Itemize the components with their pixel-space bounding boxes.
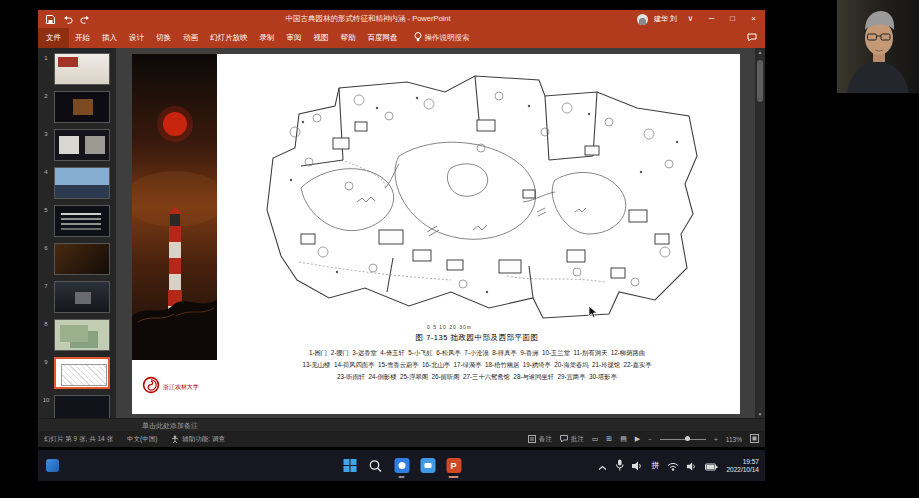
meeting-app-button[interactable] — [393, 453, 410, 479]
microphone-icon[interactable] — [615, 457, 624, 475]
slide-position-indicator[interactable]: 幻灯片 第 9 张, 共 14 张 — [44, 435, 113, 444]
tab-file[interactable]: 文件 — [38, 28, 69, 48]
fit-slide-icon[interactable] — [750, 434, 759, 444]
comments-toggle[interactable]: 批注 — [560, 435, 584, 444]
garden-plan-figure[interactable] — [237, 62, 717, 324]
user-avatar[interactable] — [637, 14, 648, 25]
slideshow-view-icon[interactable]: ▶ — [635, 435, 640, 443]
slide-thumbnail-2[interactable] — [54, 91, 110, 123]
speaker-share-icon[interactable] — [632, 457, 643, 475]
titlebar: 中国古典园林的形式特征和精神内涵 - PowerPoint 建华 刘 ∨ ─ □… — [38, 10, 765, 28]
slide-thumbnail-9-selected[interactable] — [54, 357, 110, 389]
tell-me-search[interactable]: 操作说明搜索 — [414, 32, 470, 44]
thumb-number: 8 — [38, 319, 54, 351]
slide-sorter-view-icon[interactable]: ⊞ — [606, 435, 612, 443]
battery-icon[interactable] — [705, 457, 718, 475]
thumb-number: 3 — [38, 129, 54, 161]
chat-app-button[interactable] — [419, 453, 436, 479]
scroll-up-icon[interactable]: ▲ — [755, 49, 765, 55]
slide-thumbnail-5[interactable] — [54, 205, 110, 237]
zoom-percentage[interactable]: 113% — [726, 436, 742, 443]
tab-home[interactable]: 开始 — [69, 29, 96, 47]
logo-emblem-icon — [142, 376, 160, 398]
close-button[interactable]: × — [746, 12, 761, 26]
comments-icon[interactable] — [747, 33, 757, 44]
volume-icon[interactable] — [687, 457, 697, 475]
reading-view-icon[interactable]: ▤ — [620, 435, 627, 443]
zoom-in-button[interactable]: + — [714, 436, 718, 443]
clock-time: 19:57 — [726, 458, 759, 466]
language-indicator[interactable]: 中文(中国) — [127, 435, 157, 444]
maximize-button[interactable]: □ — [725, 12, 740, 26]
zoom-slider[interactable] — [660, 439, 706, 440]
slide-thumbnail-1[interactable] — [54, 53, 110, 85]
slide-thumbnail-10[interactable] — [54, 395, 110, 418]
slide-editing-area: 浙江农林大学 — [116, 48, 765, 418]
notes-toggle[interactable]: 备注 — [528, 435, 552, 444]
search-button[interactable] — [367, 453, 384, 479]
window-title: 中国古典园林的形式特征和精神内涵 - PowerPoint — [99, 14, 637, 24]
clock[interactable]: 19:57 2022/10/14 — [726, 458, 759, 473]
tab-review[interactable]: 审阅 — [281, 29, 308, 47]
tab-design[interactable]: 设计 — [123, 29, 150, 47]
notes-icon — [528, 435, 536, 444]
redo-icon[interactable] — [80, 15, 91, 24]
wifi-icon[interactable] — [667, 457, 679, 475]
tab-view[interactable]: 视图 — [308, 29, 335, 47]
thumb-number: 2 — [38, 91, 54, 123]
slide-canvas[interactable]: 浙江农林大学 — [132, 54, 740, 414]
windows-logo-icon — [343, 459, 356, 472]
lighthouse-sunset-photo[interactable] — [132, 54, 217, 360]
widgets-button[interactable] — [46, 459, 59, 472]
windows-taskbar: P 拼 19:57 2022/10/14 — [38, 450, 765, 481]
thumb-number: 7 — [38, 281, 54, 313]
zoom-slider-thumb[interactable] — [685, 436, 690, 441]
thumb-number: 5 — [38, 205, 54, 237]
slide-thumbnail-3[interactable] — [54, 129, 110, 161]
ribbon-tabs: 文件 开始 插入 设计 切换 动画 幻灯片放映 录制 审阅 视图 帮助 百度网盘… — [38, 28, 765, 48]
legend-line: 23-听雨轩 24-倒影楼 25-浮翠阁 26-留听阁 27-三十六鸳鸯馆 28… — [220, 371, 734, 383]
tab-help[interactable]: 帮助 — [335, 29, 362, 47]
slide-thumbnail-8[interactable] — [54, 319, 110, 351]
scroll-down-icon[interactable]: ▼ — [755, 411, 765, 417]
ime-indicator[interactable]: 拼 — [651, 460, 659, 471]
mouse-cursor — [588, 305, 599, 323]
thumb-number: 4 — [38, 167, 54, 199]
search-icon — [369, 459, 383, 473]
accessibility-indicator[interactable]: 辅助功能: 调查 — [171, 435, 225, 444]
figure-legend[interactable]: 1-园门 2-腰门 3-远香堂 4-倚玉轩 5-小飞虹 6-松风亭 7-小沧浪 … — [220, 347, 734, 383]
tab-animations[interactable]: 动画 — [177, 29, 204, 47]
account-name[interactable]: 建华 刘 — [654, 14, 677, 24]
figure-caption[interactable]: 图 7-135 拙政园中部及西部平面图 — [222, 333, 732, 343]
tab-insert[interactable]: 插入 — [96, 29, 123, 47]
normal-view-icon[interactable]: ▭ — [592, 435, 599, 443]
notes-pane[interactable]: 单击此处添加备注 — [38, 418, 765, 431]
university-logo[interactable]: 浙江农林大学 — [132, 360, 217, 414]
meeting-app-icon — [394, 458, 409, 473]
tab-transitions[interactable]: 切换 — [150, 29, 177, 47]
ribbon-display-options-icon[interactable]: ∨ — [683, 12, 698, 26]
zoom-out-button[interactable]: − — [648, 436, 652, 443]
tab-baidu-netdisk[interactable]: 百度网盘 — [362, 29, 404, 47]
slide-thumbnail-4[interactable] — [54, 167, 110, 199]
tab-slideshow[interactable]: 幻灯片放映 — [204, 29, 254, 47]
lightbulb-icon — [414, 32, 422, 44]
tray-chevron-icon[interactable] — [598, 457, 607, 475]
comment-bubble-icon — [560, 435, 568, 444]
thumb-number: 6 — [38, 243, 54, 275]
slide-thumbnail-7[interactable] — [54, 281, 110, 313]
vertical-scrollbar[interactable]: ▲ ▼ — [755, 48, 765, 418]
screen: 中国古典园林的形式特征和精神内涵 - PowerPoint 建华 刘 ∨ ─ □… — [0, 0, 919, 498]
chat-app-icon — [420, 458, 435, 473]
minimize-button[interactable]: ─ — [704, 12, 719, 26]
scrollbar-thumb[interactable] — [757, 60, 763, 102]
webcam-overlay[interactable] — [837, 0, 919, 93]
save-icon[interactable] — [46, 15, 55, 24]
slide-thumbnails-panel: 1 2 3 4 5 6 7 8 9 10 — [38, 48, 116, 418]
start-button[interactable] — [341, 453, 358, 479]
tab-record[interactable]: 录制 — [254, 29, 281, 47]
powerpoint-app-button[interactable]: P — [445, 453, 462, 479]
undo-icon[interactable] — [62, 15, 73, 24]
thumb-number: 9 — [38, 357, 54, 389]
slide-thumbnail-6[interactable] — [54, 243, 110, 275]
